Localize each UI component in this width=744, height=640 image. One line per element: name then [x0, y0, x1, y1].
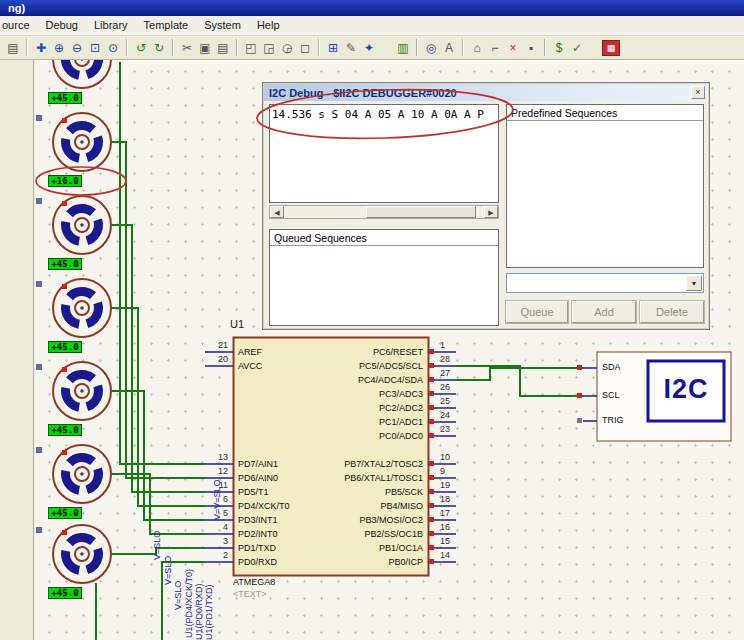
- motor-value[interactable]: +16.0: [48, 175, 82, 187]
- close-icon[interactable]: ×: [691, 86, 705, 99]
- property-tool-icon[interactable]: A: [440, 39, 458, 57]
- zoom-area-icon[interactable]: ⊡: [86, 39, 104, 57]
- pin-name: PD6/AIN0: [238, 472, 278, 484]
- i2c-log-area[interactable]: 14.536 s S 04 A 05 A 10 A 0A A P: [269, 104, 499, 203]
- terminal-mode-icon[interactable]: ▪: [522, 39, 540, 57]
- block-rotate-icon[interactable]: ◶: [278, 39, 296, 57]
- erc-icon[interactable]: ✓: [568, 39, 586, 57]
- scroll-right-icon[interactable]: ▶: [484, 206, 498, 218]
- pin-number: 17: [440, 507, 464, 519]
- pin-name: PD5/T1: [238, 486, 269, 498]
- toolbar-separator: [172, 39, 174, 56]
- motor-value[interactable]: +45.0: [48, 258, 82, 270]
- wire-label: V=SLO: [173, 581, 183, 610]
- toolbar-separator: [26, 39, 28, 56]
- scroll-left-icon[interactable]: ◀: [270, 206, 284, 218]
- window-titlebar[interactable]: ng): [0, 0, 744, 16]
- menu-source[interactable]: ource: [0, 16, 38, 35]
- redo-icon[interactable]: ↻: [150, 39, 168, 57]
- pin-name: PB4/MISO: [283, 500, 423, 512]
- delete-button[interactable]: Delete: [640, 301, 704, 323]
- copy-icon[interactable]: ▣: [196, 39, 214, 57]
- toolbar-separator: [462, 39, 464, 56]
- pin-number: 24: [440, 409, 464, 421]
- pin-name: PC6/RESET: [283, 346, 423, 358]
- chip-value[interactable]: ATMEGA8: [233, 577, 275, 587]
- paste-icon[interactable]: ▤: [214, 39, 232, 57]
- pin-number: 27: [440, 367, 464, 379]
- pan-icon[interactable]: ✚: [32, 39, 50, 57]
- menu-template[interactable]: Template: [136, 16, 197, 35]
- pin-name: AREF: [238, 346, 262, 358]
- design-explorer-icon[interactable]: ⌂: [468, 39, 486, 57]
- menu-help[interactable]: Help: [249, 16, 288, 35]
- pin-number: 23: [440, 423, 464, 435]
- new-design-icon[interactable]: ▤: [4, 39, 22, 57]
- pin-name: PD1/TXD: [238, 542, 276, 554]
- pick-device-icon[interactable]: ⊞: [324, 39, 342, 57]
- log-horizontal-scrollbar[interactable]: ◀ ▶: [269, 205, 499, 219]
- pin-name: PB2/SS/OC1B: [283, 528, 423, 540]
- component-mode-icon[interactable]: ▥: [394, 39, 412, 57]
- pin-name: PC4/ADC4/SDA: [283, 374, 423, 386]
- menu-system[interactable]: System: [196, 16, 249, 35]
- debug-window-title: I2C Debug - $II2C DEBUGGER#0020: [264, 87, 691, 99]
- pin-number: 4: [204, 521, 228, 533]
- bom-icon[interactable]: $: [550, 39, 568, 57]
- pin-number: 28: [440, 353, 464, 365]
- pin-number: 3: [204, 535, 228, 547]
- ares-netlist-icon[interactable]: ▦: [602, 40, 620, 56]
- pin-name: PC1/ADC1: [283, 416, 423, 428]
- zoom-all-icon[interactable]: ⊙: [104, 39, 122, 57]
- pin-number: 15: [440, 535, 464, 547]
- cut-icon[interactable]: ✂: [178, 39, 196, 57]
- menu-library[interactable]: Library: [86, 16, 136, 35]
- block-move-icon[interactable]: ◲: [260, 39, 278, 57]
- wire-label: U1(PD4/XCK/T0): [184, 569, 194, 638]
- zoom-in-icon[interactable]: ⊕: [50, 39, 68, 57]
- toolbar-separator: [318, 39, 320, 56]
- chip-reference[interactable]: U1: [230, 318, 244, 330]
- motor-value[interactable]: +45.0: [48, 341, 82, 353]
- pin-name: PC2/ADC2: [283, 402, 423, 414]
- zoom-out-icon[interactable]: ⊖: [68, 39, 86, 57]
- block-delete-icon[interactable]: ◻: [296, 39, 314, 57]
- pin-name: PD3/INT1: [238, 514, 278, 526]
- new-sheet-icon[interactable]: ⌐: [486, 39, 504, 57]
- packaging-tool-icon[interactable]: ✦: [360, 39, 378, 57]
- pin-number: 2: [204, 549, 228, 561]
- menu-bar: ource Debug Library Template System Help: [0, 16, 744, 36]
- pin-number: 12: [204, 465, 228, 477]
- wire-label: V=SLO: [163, 556, 173, 585]
- pin-name: PD4/XCK/T0: [238, 500, 290, 512]
- queued-sequences-label: Queued Sequences: [270, 230, 498, 246]
- debug-window-titlebar[interactable]: I2C Debug - $II2C DEBUGGER#0020 ×: [264, 84, 708, 101]
- chevron-down-icon[interactable]: ▼: [686, 275, 702, 291]
- queue-button[interactable]: Queue: [506, 301, 568, 323]
- add-button[interactable]: Add: [572, 301, 636, 323]
- block-copy-icon[interactable]: ◰: [242, 39, 260, 57]
- motor-value[interactable]: +45.0: [48, 424, 82, 436]
- remove-sheet-icon[interactable]: ×: [504, 39, 522, 57]
- pin-name: PB6/XTAL1/TOSC1: [283, 472, 423, 484]
- search-icon[interactable]: ◎: [422, 39, 440, 57]
- motor-value[interactable]: +45.0: [48, 507, 82, 519]
- motor-value[interactable]: +45.0: [48, 92, 82, 104]
- i2c-pin-trig: TRIG: [602, 415, 624, 425]
- pin-number: 1: [440, 339, 464, 351]
- chip-text-placeholder: <TEXT>: [233, 589, 267, 599]
- motor-value[interactable]: +45.0: [48, 587, 82, 599]
- pin-number: 26: [440, 381, 464, 393]
- i2c-debug-window: I2C Debug - $II2C DEBUGGER#0020 × 14.536…: [262, 82, 710, 330]
- pin-name: PB1/OC1A: [283, 542, 423, 554]
- wire-label: U1(PD0/RXD): [194, 583, 204, 640]
- undo-icon[interactable]: ↺: [132, 39, 150, 57]
- queued-sequences-panel[interactable]: Queued Sequences: [269, 229, 499, 326]
- scrollbar-thumb[interactable]: [366, 206, 476, 218]
- sequence-dropdown[interactable]: ▼: [506, 273, 704, 293]
- menu-debug[interactable]: Debug: [38, 16, 86, 35]
- main-toolbar: ▤ ✚ ⊕ ⊖ ⊡ ⊙ ↺ ↻ ✂ ▣ ▤ ◰ ◲ ◶ ◻ ⊞ ✎ ✦ ▥ ◎ …: [0, 36, 744, 60]
- pin-name: PC0/ADC0: [283, 430, 423, 442]
- make-device-icon[interactable]: ✎: [342, 39, 360, 57]
- predefined-sequences-panel[interactable]: Predefined Sequences: [506, 104, 704, 268]
